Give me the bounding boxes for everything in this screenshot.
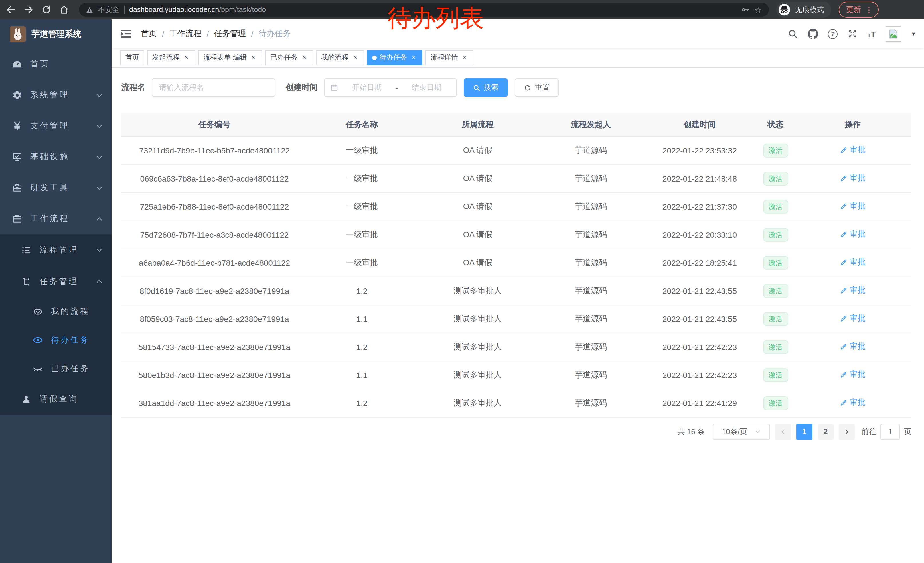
table-column-header[interactable]: 所属流程 (416, 113, 539, 136)
approve-link[interactable]: 审批 (840, 285, 866, 296)
table-row: 58154733-7ac8-11ec-a9e2-a2380e71991a 1.2… (122, 333, 911, 361)
table-column-header[interactable]: 创建时间 (642, 113, 757, 136)
date-range-picker[interactable]: 开始日期 - 结束日期 (324, 78, 457, 97)
sidebar-item-done-tasks[interactable]: 已办任务 (0, 354, 112, 383)
close-icon[interactable]: × (410, 54, 417, 61)
home-icon[interactable] (59, 5, 69, 15)
calendar-icon (330, 84, 338, 92)
flow-tree-icon (21, 276, 32, 287)
close-icon[interactable]: × (461, 54, 468, 61)
sidebar-collapse-icon[interactable] (120, 28, 132, 39)
back-icon[interactable] (6, 5, 16, 15)
sidebar-item-infrastructure[interactable]: 基础设施 (0, 141, 112, 173)
approve-link[interactable]: 审批 (840, 342, 866, 352)
approve-link[interactable]: 审批 (840, 370, 866, 380)
forward-icon[interactable] (24, 5, 34, 15)
page-size-select[interactable]: 10条/页 (713, 423, 770, 440)
search-button-label: 搜索 (484, 83, 499, 93)
next-page-button[interactable] (839, 423, 855, 440)
table-column-header[interactable]: 状态 (757, 113, 794, 136)
yen-icon (12, 121, 22, 131)
process-cell: 测试多审批人 (416, 389, 539, 417)
search-icon[interactable] (788, 29, 798, 39)
sidebar-item-todo-tasks[interactable]: 待办任务 (0, 326, 112, 354)
edit-pencil-icon (840, 315, 847, 323)
browser-menu-icon[interactable]: ⋮ (865, 6, 873, 14)
update-label[interactable]: 更新 (846, 5, 861, 15)
fullscreen-icon[interactable] (848, 29, 858, 39)
avatar-caret-icon[interactable]: ▼ (911, 31, 916, 37)
table-column-header[interactable]: 操作 (794, 113, 911, 136)
search-button[interactable]: 搜索 (464, 78, 508, 97)
security-label[interactable]: 不安全 (98, 5, 119, 15)
status-badge: 激活 (763, 228, 788, 242)
approve-link[interactable]: 审批 (840, 257, 866, 268)
approve-link[interactable]: 审批 (840, 314, 866, 324)
sidebar-item-process-mgmt[interactable]: 流程管理 (0, 234, 112, 266)
close-icon[interactable]: × (351, 54, 359, 61)
github-icon[interactable] (808, 29, 818, 39)
breadcrumb-task-mgmt[interactable]: 任务管理 (214, 29, 246, 39)
close-icon[interactable]: × (300, 54, 308, 61)
breadcrumb-workflow[interactable]: 工作流程 (170, 29, 201, 39)
tab-my-process[interactable]: 我的流程× (316, 50, 364, 65)
task-name-cell: 1.1 (308, 305, 416, 333)
tab-process-form-edit[interactable]: 流程表单-编辑× (198, 50, 262, 65)
task-id-cell: 069c6a63-7b8a-11ec-8ef0-acde48001122 (122, 164, 308, 192)
reset-button[interactable]: 重置 (514, 78, 559, 97)
sidebar-item-my-process[interactable]: 我的流程 (0, 297, 112, 326)
sidebar-item-leave-query[interactable]: 请假查询 (0, 383, 112, 415)
approve-link[interactable]: 审批 (840, 145, 866, 156)
task-id-cell: 381aa1dd-7ac8-11ec-a9e2-a2380e71991a (122, 389, 308, 417)
font-size-icon[interactable]: TT (868, 30, 876, 38)
sidebar-item-task-mgmt[interactable]: 任务管理 (0, 266, 112, 297)
starter-cell: 芋道源码 (539, 164, 642, 192)
reload-icon[interactable] (41, 5, 51, 15)
process-name-input[interactable]: 请输入流程名 (152, 78, 275, 97)
page-button-1[interactable]: 1 (796, 423, 812, 440)
tab-home[interactable]: 首页 (120, 50, 144, 65)
create-time-cell: 2022-01-22 21:37:30 (642, 192, 757, 221)
help-icon[interactable]: ? (828, 29, 838, 39)
edit-pencil-icon (840, 203, 847, 210)
starter-cell: 芋道源码 (539, 333, 642, 361)
tab-start-process[interactable]: 发起流程× (147, 50, 195, 65)
close-icon[interactable]: × (250, 54, 257, 61)
task-id-cell: 58154733-7ac8-11ec-a9e2-a2380e71991a (122, 333, 308, 361)
tab-process-detail[interactable]: 流程详情× (425, 50, 474, 65)
approve-link[interactable]: 审批 (840, 230, 866, 240)
password-key-icon[interactable] (741, 5, 750, 14)
table-column-header[interactable]: 任务名称 (308, 113, 416, 136)
tab-done-tasks[interactable]: 已办任务× (265, 50, 313, 65)
table-column-header[interactable]: 流程发起人 (539, 113, 642, 136)
sidebar-item-workflow[interactable]: 工作流程 (0, 203, 112, 234)
avatar[interactable] (886, 26, 901, 42)
table-row: 8f0d1619-7ac8-11ec-a9e2-a2380e71991a 1.2… (122, 277, 911, 305)
goto-page-input[interactable]: 1 (880, 423, 900, 440)
url-text[interactable]: dashboard.yudao.iocoder.cn/bpm/task/todo (129, 6, 266, 14)
page-button-2[interactable]: 2 (818, 423, 834, 440)
tab-label: 流程表单-编辑 (203, 53, 247, 62)
browser-update-chip[interactable]: 更新 ⋮ (839, 2, 879, 18)
logo-row[interactable]: 芋道管理系统 (0, 20, 112, 49)
approve-link[interactable]: 审批 (840, 398, 866, 408)
sidebar-item-label: 请假查询 (39, 394, 78, 404)
sidebar-item-system[interactable]: 系统管理 (0, 80, 112, 111)
sidebar-item-label: 首页 (30, 59, 50, 69)
breadcrumb-home[interactable]: 首页 (141, 29, 157, 39)
tab-todo-tasks[interactable]: 待办任务× (367, 50, 423, 65)
create-time-label: 创建时间 (286, 83, 318, 93)
sidebar-item-home[interactable]: 首页 (0, 49, 112, 80)
bookmark-star-icon[interactable]: ☆ (754, 6, 762, 14)
sidebar-item-devtools[interactable]: 研发工具 (0, 173, 112, 203)
create-time-cell: 2022-01-21 22:42:23 (642, 361, 757, 389)
end-date-placeholder: 结束日期 (403, 83, 450, 93)
approve-link[interactable]: 审批 (840, 201, 866, 212)
prev-page-button[interactable] (775, 423, 791, 440)
approve-link[interactable]: 审批 (840, 173, 866, 183)
chevron-up-icon (96, 278, 103, 285)
sidebar-item-payment[interactable]: 支付管理 (0, 111, 112, 141)
pagination: 共 16 条 10条/页 1 2 前往 1 (122, 423, 911, 440)
close-icon[interactable]: × (183, 54, 190, 61)
table-column-header[interactable]: 任务编号 (122, 113, 308, 136)
